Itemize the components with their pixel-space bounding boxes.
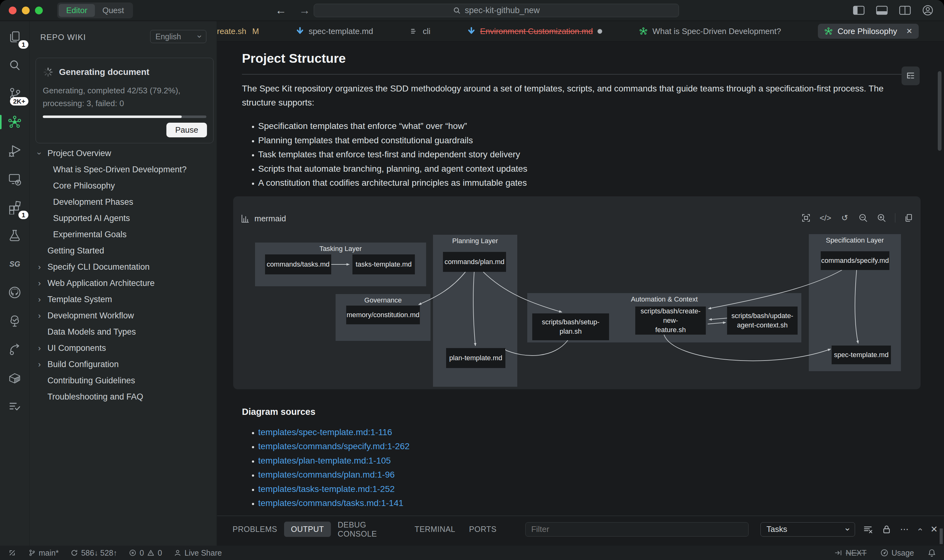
tree-item-data-models[interactable]: Data Models and Types bbox=[30, 324, 217, 340]
output-filter-input[interactable] bbox=[525, 522, 749, 537]
panel-more-icon[interactable]: ⋯ bbox=[900, 524, 909, 534]
sidebar-item-search[interactable] bbox=[6, 57, 23, 74]
language-select[interactable]: English › bbox=[150, 30, 206, 43]
tab-environment-customization[interactable]: Environment Customization.md bbox=[467, 26, 602, 36]
debug-icon bbox=[8, 143, 22, 158]
sync-indicator[interactable]: 586↓ 528↑ bbox=[71, 548, 117, 557]
branch-indicator[interactable]: main* bbox=[28, 548, 59, 557]
panel-tab-debug-console[interactable]: DEBUG CONSOLE bbox=[338, 520, 401, 538]
tab-editor[interactable]: Editor bbox=[59, 4, 95, 17]
explorer-badge: 1 bbox=[18, 40, 28, 49]
tree-item-template-system[interactable]: ›Template System bbox=[30, 291, 217, 308]
panel-tab-ports[interactable]: PORTS bbox=[469, 525, 497, 534]
toggle-sidebar-icon[interactable] bbox=[853, 6, 865, 15]
sidebar-item-share[interactable] bbox=[6, 340, 23, 358]
sidebar-item-todo-tree[interactable] bbox=[6, 312, 23, 330]
notifications-bell[interactable] bbox=[928, 548, 936, 557]
tree-item-project-overview[interactable]: ›Project Overview bbox=[30, 145, 217, 162]
tree-item-specify-cli-docs[interactable]: ›Specify CLI Documentation bbox=[30, 259, 217, 275]
sidebar-item-source-control[interactable]: 2K+ bbox=[6, 85, 23, 102]
sidebar-item-run-debug[interactable] bbox=[6, 142, 23, 159]
tab-create-sh[interactable]: reate.sh M bbox=[217, 26, 259, 36]
sidebar-item-extensions[interactable]: 1 bbox=[6, 198, 23, 216]
tree-item-ui-components[interactable]: ›UI Components bbox=[30, 340, 217, 356]
diagram-node-memory-constitution: memory/constitution.md bbox=[346, 306, 420, 324]
split-layout-icon[interactable] bbox=[899, 6, 911, 15]
tree-item-core-philosophy[interactable]: Core Philosophy bbox=[30, 178, 217, 194]
diagram-node-commands-tasks: commands/tasks.md bbox=[265, 254, 331, 274]
usage-indicator[interactable]: Usage bbox=[880, 548, 914, 557]
outline-button[interactable] bbox=[901, 66, 919, 85]
tree-item-what-is-sdd[interactable]: What is Spec-Driven Development? bbox=[30, 162, 217, 178]
next-edit-indicator[interactable]: NEXT bbox=[835, 548, 867, 557]
nav-back-icon[interactable]: ← bbox=[275, 4, 287, 17]
maximize-panel-icon[interactable]: › bbox=[915, 528, 925, 531]
language-value: English bbox=[155, 32, 181, 41]
repo-wiki-icon bbox=[824, 27, 833, 35]
source-link[interactable]: templates/spec-template.md:1-116 bbox=[258, 427, 392, 437]
progress-bar bbox=[43, 115, 206, 118]
tree-item-build-configuration[interactable]: ›Build Configuration bbox=[30, 356, 217, 372]
sidebar-item-explorer[interactable]: 1 bbox=[6, 28, 23, 46]
problems-indicator[interactable]: 0 0 bbox=[129, 548, 162, 557]
remote-window-icon bbox=[8, 172, 22, 186]
close-panel-icon[interactable]: ✕ bbox=[930, 524, 938, 534]
editor-scrollbar[interactable] bbox=[938, 71, 941, 151]
panel-scrollbar[interactable] bbox=[939, 528, 943, 544]
sidebar-item-task-list[interactable] bbox=[6, 397, 23, 415]
panel-tab-problems[interactable]: PROBLEMS bbox=[232, 525, 277, 534]
modified-indicator: M bbox=[252, 26, 259, 36]
lock-icon[interactable] bbox=[883, 525, 891, 534]
sg-logo-icon: SG bbox=[8, 257, 22, 271]
source-link[interactable]: templates/commands/tasks.md:1-141 bbox=[258, 498, 403, 508]
output-channel-select[interactable]: Tasks › bbox=[760, 522, 855, 537]
live-share-button[interactable]: Live Share bbox=[174, 548, 222, 557]
editor-tabbar: reate.sh M spec-template.md cli Environm… bbox=[217, 21, 944, 42]
source-link[interactable]: templates/tasks-template.md:1-252 bbox=[258, 484, 395, 494]
source-link[interactable]: templates/plan-template.md:1-105 bbox=[258, 456, 391, 465]
toggle-panel-icon[interactable] bbox=[876, 6, 888, 15]
chevron-right-icon: › bbox=[38, 295, 48, 305]
git-branch-icon bbox=[28, 549, 35, 557]
sidebar-item-containers[interactable] bbox=[6, 369, 23, 386]
tree-item-getting-started[interactable]: Getting Started bbox=[30, 243, 217, 259]
tree-item-supported-ai-agents[interactable]: Supported AI Agents bbox=[30, 210, 217, 226]
panel-tab-terminal[interactable]: TERMINAL bbox=[415, 525, 455, 534]
sidebar-item-testing[interactable] bbox=[6, 227, 23, 245]
tree-item-development-phases[interactable]: Development Phases bbox=[30, 194, 217, 210]
panel-tab-output[interactable]: OUTPUT bbox=[284, 522, 331, 537]
chevron-right-icon: › bbox=[38, 343, 48, 353]
tab-spec-template[interactable]: spec-template.md bbox=[296, 26, 374, 36]
tree-item-web-app-architecture[interactable]: ›Web Application Architecture bbox=[30, 275, 217, 291]
pause-button[interactable]: Pause bbox=[166, 123, 207, 137]
close-window-button[interactable] bbox=[9, 6, 17, 14]
titlebar: Editor Quest ← → spec-kit-github_new bbox=[0, 0, 944, 21]
sidebar-item-repo-wiki[interactable] bbox=[6, 113, 23, 131]
clear-output-icon[interactable] bbox=[863, 525, 873, 534]
beaker-icon bbox=[8, 229, 22, 243]
tree-item-troubleshooting-faq[interactable]: Troubleshooting and FAQ bbox=[30, 389, 217, 405]
account-icon[interactable] bbox=[922, 5, 933, 16]
tab-what-is-sdd[interactable]: What is Spec-Driven Development? bbox=[639, 26, 781, 36]
source-link[interactable]: templates/commands/specify.md:1-262 bbox=[258, 442, 410, 451]
source-link[interactable]: templates/commands/plan.md:1-96 bbox=[258, 470, 395, 480]
tab-cli[interactable]: cli bbox=[410, 26, 430, 36]
tab-core-philosophy[interactable]: Core Philosophy ✕ bbox=[818, 24, 919, 39]
page-title: Project Structure bbox=[242, 51, 917, 66]
zoom-window-button[interactable] bbox=[35, 6, 43, 14]
tab-quest[interactable]: Quest bbox=[95, 4, 131, 17]
command-center-search[interactable]: spec-kit-github_new bbox=[314, 4, 679, 17]
sidebar-item-remote-explorer[interactable] bbox=[6, 170, 23, 188]
tree-item-experimental-goals[interactable]: Experimental Goals bbox=[30, 226, 217, 243]
minimize-window-button[interactable] bbox=[22, 6, 30, 14]
tree-item-contributing-guidelines[interactable]: Contributing Guidelines bbox=[30, 372, 217, 389]
status-bar: main* 586↓ 528↑ 0 0 Live Share NEXT Usag… bbox=[0, 546, 944, 560]
list-icon bbox=[410, 27, 418, 35]
resize-handle-icon[interactable] bbox=[8, 549, 16, 557]
tree-item-development-workflow[interactable]: ›Development Workflow bbox=[30, 308, 217, 324]
nav-forward-icon[interactable]: → bbox=[299, 4, 310, 17]
close-icon[interactable]: ✕ bbox=[906, 27, 912, 35]
sidebar-item-github[interactable] bbox=[6, 284, 23, 301]
diagram-node-update-agent-context: scripts/bash/update-agent-context.sh bbox=[727, 306, 798, 335]
sidebar-item-sourcegraph[interactable]: SG bbox=[6, 255, 23, 273]
